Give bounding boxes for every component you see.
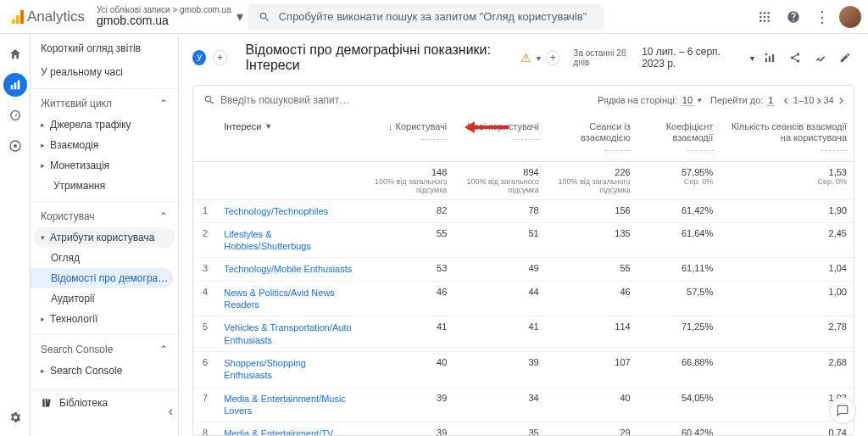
add-comparison-button[interactable]: + <box>213 50 226 65</box>
sidebar-item-acquisition[interactable]: ▸Джерела трафіку <box>31 115 178 135</box>
col-sessions-per-user[interactable]: Кількість сеансів взаємодії на користува… <box>720 115 854 161</box>
date-range-picker[interactable]: За останні 28 днів 10 лип. – 6 серп. 202… <box>573 46 754 70</box>
svg-rect-16 <box>769 56 771 62</box>
product-name: Analytics <box>27 8 85 25</box>
svg-rect-15 <box>765 59 767 63</box>
nav-rail <box>0 34 31 436</box>
table-row[interactable]: 8Media & Entertainment/TV Lovers39352960… <box>193 422 854 435</box>
settings-icon[interactable] <box>3 405 27 429</box>
realtime-link[interactable]: У реальному часі <box>31 61 178 83</box>
svg-point-1 <box>764 12 766 14</box>
feedback-button[interactable] <box>829 397 856 424</box>
svg-point-6 <box>760 20 762 22</box>
table-row[interactable]: 1Technology/Technophiles827815661,42%1,9… <box>193 199 854 222</box>
svg-rect-10 <box>14 82 16 89</box>
global-search[interactable]: Спробуйте виконати пошук за запитом "Огл… <box>248 4 604 30</box>
chevron-up-icon: ⌃ <box>159 344 168 355</box>
svg-point-7 <box>764 20 766 22</box>
dropdown-icon[interactable]: ▾ <box>537 53 541 63</box>
svg-point-0 <box>760 12 762 14</box>
interests-table: Інтереси▼ ↓ Користувачі- - - - - - - Нов… <box>193 115 854 435</box>
table-row[interactable]: 6Shoppers/Shopping Enthusiasts403910766,… <box>193 351 854 387</box>
report-header: У + Відомості про демографічні показники… <box>179 34 868 81</box>
help-icon[interactable] <box>782 5 805 29</box>
search-placeholder: Спробуйте виконати пошук за запитом "Огл… <box>279 10 587 23</box>
reports-icon[interactable] <box>3 73 27 97</box>
col-users[interactable]: ↓ Користувачі- - - - - - - <box>361 115 453 161</box>
chevron-up-icon: ⌃ <box>159 98 168 109</box>
svg-rect-11 <box>17 81 19 90</box>
warning-icon[interactable]: ⚠ <box>520 51 531 64</box>
customize-icon[interactable] <box>761 48 780 68</box>
table-search[interactable] <box>203 94 589 106</box>
search-icon <box>203 94 215 106</box>
edit-icon[interactable] <box>836 48 854 68</box>
data-card: Рядків на сторінці: 10 ▾ Перейти до: 1 ‹… <box>192 85 854 436</box>
table-row[interactable]: 4News & Politics/Avid News Readers464446… <box>193 281 854 316</box>
rows-per-page[interactable]: Рядків на сторінці: 10 ▾ <box>598 95 702 106</box>
user-avatar[interactable] <box>839 6 861 28</box>
table-controls: Рядків на сторінці: 10 ▾ Перейти до: 1 ‹… <box>193 86 854 115</box>
svg-point-5 <box>767 15 770 18</box>
svg-point-18 <box>797 53 800 55</box>
library-link[interactable]: Бібліотека <box>31 389 178 416</box>
svg-point-4 <box>764 15 766 18</box>
property-name: gmob.com.ua <box>97 14 231 27</box>
dimension-selector[interactable]: Інтереси▼ <box>224 121 354 132</box>
chevron-up-icon: ⌃ <box>159 210 168 222</box>
advertising-icon[interactable] <box>3 134 27 158</box>
explore-icon[interactable] <box>3 103 27 127</box>
sc-group[interactable]: Search Console ⌃ <box>31 334 178 361</box>
add-dimension-button[interactable]: + <box>546 50 559 65</box>
user-group[interactable]: Користувач ⌃ <box>31 201 178 227</box>
sidebar-item-search-console[interactable]: ▸Search Console <box>31 361 178 381</box>
sidebar-item-user-attributes[interactable]: ▾Атрибути користувача <box>34 227 175 248</box>
svg-point-14 <box>14 144 17 148</box>
sidebar-sub-demographics[interactable]: Відомості про демографіч… <box>31 268 173 288</box>
pagination: ‹ 1–10 з 34 › <box>783 92 843 108</box>
range-label: 1–10 з 34 <box>793 95 834 105</box>
svg-point-3 <box>760 15 762 18</box>
side-nav: Короткий огляд звітів У реальному часі Ж… <box>31 34 179 436</box>
chevron-down-icon[interactable]: ▾ <box>236 8 243 25</box>
svg-rect-17 <box>772 54 774 62</box>
table-row[interactable]: 2Lifestyles & Hobbies/Shutterbugs5551135… <box>193 222 854 258</box>
sidebar-item-retention[interactable]: Утримання <box>31 176 178 196</box>
search-icon <box>259 11 270 23</box>
sidebar-item-monetization[interactable]: ▸Монетизація <box>31 155 178 176</box>
table-row[interactable]: 3Technology/Mobile Enthusiasts53495561,1… <box>193 258 854 281</box>
analytics-logo[interactable]: Analytics <box>12 8 85 25</box>
insights-icon[interactable] <box>811 48 830 68</box>
svg-point-2 <box>767 12 770 14</box>
library-icon <box>41 397 53 409</box>
svg-point-19 <box>791 56 794 59</box>
more-icon[interactable]: ⋮ <box>810 5 834 29</box>
col-new-users[interactable]: Нові користувачі- - - - - - - <box>453 115 545 161</box>
next-page-button[interactable]: › <box>839 92 843 108</box>
share-icon[interactable] <box>786 48 804 68</box>
page-title: Відомості про демографічні показники: Ін… <box>246 42 560 73</box>
table-row[interactable]: 5Vehicles & Transportation/Auto Enthusia… <box>193 316 854 352</box>
table-search-input[interactable] <box>220 94 373 106</box>
sidebar-sub-audiences[interactable]: Аудиторії <box>31 288 178 309</box>
svg-rect-9 <box>10 85 13 89</box>
segment-badge[interactable]: У <box>192 50 206 65</box>
totals-row: 148100% від загального підсумка 894100% … <box>193 161 854 199</box>
sidebar-item-engagement[interactable]: ▸Взаємодія <box>31 135 178 155</box>
col-engagement-rate[interactable]: Коефіцієнт взаємодії- - - - - - - <box>637 115 721 161</box>
table-row[interactable]: 7Media & Entertainment/Music Lovers39344… <box>193 387 854 422</box>
col-engaged-sessions[interactable]: Сеанси із взаємодією- - - - - - - <box>546 115 637 161</box>
property-selector[interactable]: Усі облікові записи > gmob.com.ua gmob.c… <box>97 5 231 27</box>
apps-icon[interactable] <box>753 5 776 29</box>
prev-page-button[interactable]: ‹ <box>783 92 787 108</box>
lifecycle-group[interactable]: Життєвий цикл ⌃ <box>31 88 178 115</box>
chevron-down-icon: ▾ <box>698 96 702 104</box>
home-icon[interactable] <box>3 42 27 66</box>
chevron-down-icon: ▾ <box>750 53 754 63</box>
main-content: У + Відомості про демографічні показники… <box>179 34 868 436</box>
collapse-icon[interactable]: ‹ <box>169 404 173 419</box>
sidebar-item-tech[interactable]: ▸Технології <box>31 309 178 329</box>
svg-point-20 <box>797 59 800 63</box>
go-to-row[interactable]: Перейти до: 1 <box>710 95 775 106</box>
sidebar-sub-overview[interactable]: Огляд <box>31 248 178 268</box>
